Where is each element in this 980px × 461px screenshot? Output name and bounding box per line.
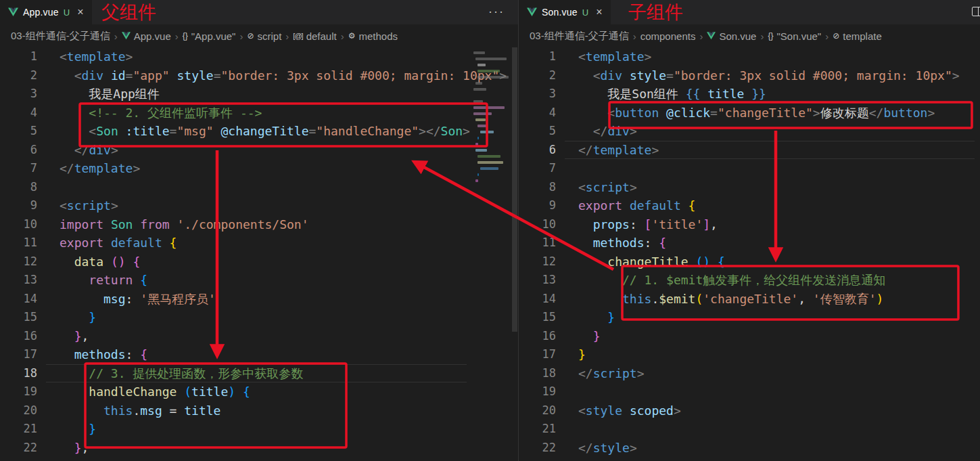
code-line[interactable]: import Son from './components/Son' xyxy=(60,215,518,234)
line-number[interactable]: 20 xyxy=(519,401,565,420)
tab-app-vue[interactable]: App.vue U × xyxy=(0,0,93,24)
code-line[interactable] xyxy=(578,420,980,439)
close-icon[interactable]: × xyxy=(596,6,602,18)
line-number[interactable]: 5 xyxy=(0,122,46,141)
more-actions-icon[interactable]: ··· xyxy=(488,0,505,23)
code-line[interactable]: </div> xyxy=(578,122,980,141)
line-number[interactable]: 22 xyxy=(519,439,565,458)
code-line[interactable]: // 3. 提供处理函数，形参中获取参数 xyxy=(60,364,518,383)
line-number[interactable]: 2 xyxy=(519,66,565,85)
code-line[interactable]: methods: { xyxy=(60,345,518,364)
line-number[interactable]: 10 xyxy=(519,215,565,234)
line-number[interactable]: 13 xyxy=(519,271,565,290)
code-line[interactable]: </style> xyxy=(578,439,980,458)
breadcrumb-item[interactable]: Son.vue xyxy=(707,30,756,42)
line-number[interactable]: 20 xyxy=(0,401,46,420)
line-number[interactable]: 16 xyxy=(0,327,46,346)
code-line[interactable]: }, xyxy=(60,439,518,458)
code-area[interactable]: <template> <div id="app" style="border: … xyxy=(46,47,518,461)
code-line[interactable]: <button @click="changeTitle">修改标题</butto… xyxy=(578,104,980,123)
close-icon[interactable]: × xyxy=(77,6,83,18)
line-number[interactable]: 14 xyxy=(0,290,46,309)
line-number[interactable]: 18 xyxy=(519,364,565,383)
tab-son-vue[interactable]: Son.vue U × xyxy=(519,0,611,24)
line-number[interactable]: 17 xyxy=(519,345,565,364)
code-line[interactable]: props: ['title'], xyxy=(578,215,980,234)
breadcrumb-item[interactable]: 03-组件通信-父子通信 xyxy=(530,30,629,43)
code-line[interactable]: <div style="border: 3px solid #000; marg… xyxy=(578,66,980,85)
code-line[interactable]: msg: '黑马程序员' xyxy=(60,290,518,309)
code-line[interactable]: 我是Son组件 {{ title }} xyxy=(578,85,980,104)
line-number[interactable]: 6 xyxy=(519,141,565,160)
code-line[interactable]: <script> xyxy=(578,178,980,197)
line-number[interactable]: 9 xyxy=(0,196,46,215)
code-line[interactable]: <template> xyxy=(60,47,518,66)
code-line[interactable]: // 1. $emit触发事件，给父组件发送消息通知 xyxy=(578,271,980,290)
code-line[interactable]: <!-- 2. 父组件监听事件 --> xyxy=(60,104,518,123)
line-number[interactable]: 4 xyxy=(0,104,46,123)
code-line[interactable]: 我是App组件 xyxy=(60,85,518,104)
line-number[interactable]: 15 xyxy=(519,308,565,327)
breadcrumb-item[interactable]: [@]default xyxy=(293,30,336,42)
line-number[interactable]: 21 xyxy=(0,420,46,439)
line-number[interactable]: 11 xyxy=(519,234,565,253)
code-line[interactable]: export default { xyxy=(578,196,980,215)
code-line[interactable]: <div id="app" style="border: 3px solid #… xyxy=(60,66,518,85)
code-line[interactable]: </template> xyxy=(578,141,980,160)
breadcrumb-item[interactable]: ⊘template xyxy=(833,30,882,42)
code-area[interactable]: <template> <div style="border: 3px solid… xyxy=(565,47,980,461)
line-number-gutter[interactable]: 12345678910111213141516171819202122 xyxy=(0,47,46,461)
breadcrumb-item[interactable]: 03-组件通信-父子通信 xyxy=(11,30,110,43)
code-line[interactable]: handleChange (title) { xyxy=(60,382,518,401)
line-number[interactable]: 18 xyxy=(0,364,46,383)
code-line[interactable]: } xyxy=(578,345,980,364)
line-number[interactable]: 15 xyxy=(0,308,46,327)
code-line[interactable]: }, xyxy=(60,327,518,346)
breadcrumb-item[interactable]: {}"App.vue" xyxy=(183,30,236,42)
breadcrumb-item[interactable]: components xyxy=(640,30,696,42)
line-number[interactable]: 14 xyxy=(519,290,565,309)
code-line[interactable] xyxy=(578,159,980,178)
code-line[interactable]: </div> xyxy=(60,141,518,160)
line-number[interactable]: 8 xyxy=(0,178,46,197)
code-line[interactable]: this.msg = title xyxy=(60,401,518,420)
code-line[interactable]: } xyxy=(60,420,518,439)
code-line[interactable]: } xyxy=(60,308,518,327)
line-number[interactable]: 7 xyxy=(519,159,565,178)
code-line[interactable] xyxy=(578,382,980,401)
code-line[interactable]: changeTitle () { xyxy=(578,253,980,271)
code-line[interactable]: <style scoped> xyxy=(578,401,980,420)
code-line[interactable]: } xyxy=(578,327,980,346)
line-number[interactable]: 12 xyxy=(519,253,565,271)
line-number[interactable]: 4 xyxy=(519,104,565,123)
line-number[interactable]: 7 xyxy=(0,159,46,178)
line-number[interactable]: 9 xyxy=(519,196,565,215)
code-line[interactable]: return { xyxy=(60,271,518,290)
line-number[interactable]: 1 xyxy=(519,47,565,66)
line-number[interactable]: 12 xyxy=(0,253,46,271)
line-number[interactable]: 19 xyxy=(519,382,565,401)
breadcrumb-item[interactable]: ⚙methods xyxy=(348,30,398,42)
code-line[interactable]: } xyxy=(578,308,980,327)
code-line[interactable]: </template> xyxy=(60,159,518,178)
line-number[interactable]: 10 xyxy=(0,215,46,234)
code-line[interactable]: this.$emit('changeTitle', '传智教育') xyxy=(578,290,980,309)
code-line[interactable]: methods: { xyxy=(578,234,980,253)
line-number[interactable]: 5 xyxy=(519,122,565,141)
line-number[interactable]: 8 xyxy=(519,178,565,197)
code-line[interactable]: <Son :title="msg" @changeTitle="handleCh… xyxy=(60,122,518,141)
line-number[interactable]: 3 xyxy=(519,85,565,104)
line-number[interactable]: 11 xyxy=(0,234,46,253)
split-editor-icon[interactable] xyxy=(972,7,980,16)
line-number[interactable]: 17 xyxy=(0,345,46,364)
line-number[interactable]: 21 xyxy=(519,420,565,439)
code-line[interactable]: data () { xyxy=(60,253,518,271)
code-line[interactable]: <script> xyxy=(60,196,518,215)
line-number-gutter[interactable]: 12345678910111213141516171819202122 xyxy=(519,47,565,461)
line-number[interactable]: 16 xyxy=(519,327,565,346)
line-number[interactable]: 2 xyxy=(0,66,46,85)
breadcrumb-item[interactable]: ⊘script xyxy=(247,30,281,42)
line-number[interactable]: 22 xyxy=(0,439,46,458)
breadcrumb-item[interactable]: App.vue xyxy=(122,30,171,42)
line-number[interactable]: 19 xyxy=(0,382,46,401)
